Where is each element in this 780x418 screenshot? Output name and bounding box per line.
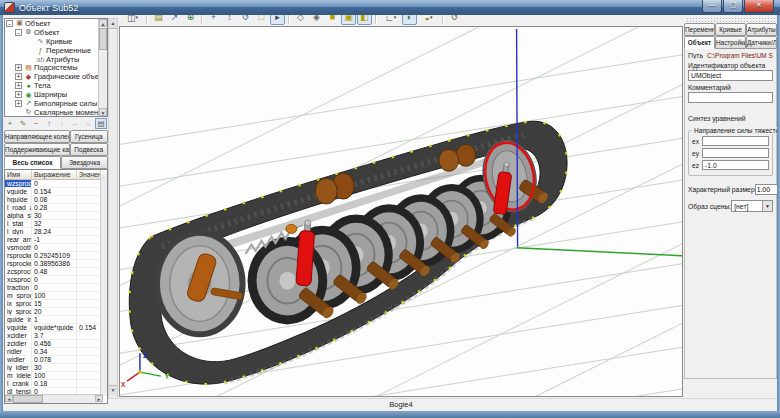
table-row[interactable]: l_dyn 28.24 — [5, 228, 107, 236]
scroll-up-icon[interactable]: ▲ — [109, 19, 117, 29]
move-right-icon[interactable]: → — [82, 118, 94, 129]
tree-item[interactable]: - ⚙ Объект — [5, 28, 107, 37]
table-row[interactable]: alpha_stat 30 — [5, 212, 107, 220]
tree-expand-toggle[interactable]: - — [6, 20, 13, 27]
table-row[interactable]: l_road_am 0.28 — [5, 204, 107, 212]
list-view-icon[interactable]: ▤ — [95, 118, 107, 129]
app-window: Объект Sub52 — ▢ ✕ - ▣ Объект - ⚙ Объект — [0, 0, 780, 418]
edit-parameter-icon[interactable]: ✎ — [17, 118, 29, 129]
param-tab[interactable]: Весь список — [4, 156, 61, 169]
status-bar: Bogie4 — [108, 398, 777, 412]
tree-expand-toggle[interactable]: - — [15, 29, 22, 36]
close-button[interactable]: ✕ — [744, 0, 774, 13]
tree-item[interactable]: ∿ Кривые — [5, 37, 107, 46]
table-row[interactable]: l_stat 32 — [5, 220, 107, 228]
maximize-button[interactable]: ▢ — [723, 0, 743, 13]
tree-item[interactable]: - ▣ Объект — [5, 19, 107, 28]
table-row[interactable]: xcsprocke 0 — [5, 276, 107, 284]
gravity-value-input[interactable]: -1.0 — [702, 160, 769, 170]
table-row[interactable]: ix_sprocke 15 — [5, 300, 107, 308]
column-header-expression[interactable]: Выражение — [32, 170, 77, 179]
move-left-icon[interactable]: ← — [69, 118, 81, 129]
y-axis-label: Y — [165, 373, 170, 380]
tree-item[interactable]: + ◆ Графические объекты — [5, 72, 107, 81]
table-row[interactable]: vguide 0.154 — [5, 188, 107, 196]
table-row[interactable]: vguide_in vguide*guide_in_ka 0.154 — [5, 324, 107, 332]
scroll-down-icon[interactable]: ▼ — [109, 385, 117, 395]
inspector-tab[interactable]: Кривые — [715, 23, 746, 36]
scroll-right-icon[interactable]: ► — [95, 395, 103, 402]
table-row[interactable]: hguide 0.08 — [5, 196, 107, 204]
tree-expand-toggle[interactable]: + — [15, 100, 22, 107]
table-row[interactable]: rear_arm -1 — [5, 236, 107, 244]
scroll-left-icon[interactable]: ◄ — [5, 395, 13, 402]
3d-scene[interactable]: Z X Y — [120, 27, 682, 396]
title-bar[interactable]: Объект Sub52 — ▢ ✕ — [0, 0, 780, 15]
move-down-icon[interactable]: ↓ — [56, 118, 68, 129]
object-id-input[interactable] — [688, 70, 773, 81]
panel-scrollbar[interactable]: ▲ ▼ ◆ — [108, 18, 118, 404]
table-row[interactable]: zcsprocke 0.48 — [5, 268, 107, 276]
tree-item-icon: ƒ — [36, 47, 45, 54]
inspector-tab[interactable]: Переменные — [684, 23, 715, 36]
tree-item[interactable]: + ▤ Подсистемы — [5, 63, 107, 72]
inspector-tab[interactable]: Настройки — [715, 36, 746, 49]
table-row[interactable]: rsprocket 0.38956386 — [5, 260, 107, 268]
table-scrollbar-horizontal[interactable]: ◄ ► — [5, 394, 103, 403]
tree-expand-toggle[interactable]: + — [15, 64, 22, 71]
gravity-value-input[interactable] — [702, 136, 769, 146]
table-row[interactable]: guide_in_l 1 — [5, 316, 107, 324]
scene-image-dropdown[interactable]: [нет] ▼ — [731, 200, 773, 212]
tree-item[interactable]: + ● Тела — [5, 81, 107, 90]
tree-item[interactable]: + ↗ Биполярные силы — [5, 99, 107, 108]
table-row[interactable]: ridler 0.34 — [5, 348, 107, 356]
table-row[interactable]: m_ideler 100 — [5, 372, 107, 380]
param-tab[interactable]: Подвеска — [70, 143, 108, 156]
table-row[interactable]: iy_idler 30 — [5, 364, 107, 372]
comment-label: Комментарий — [688, 84, 773, 91]
table-row[interactable]: wzsprocket 0 — [5, 180, 107, 188]
table-row[interactable]: l_crank 0.18 — [5, 380, 107, 388]
tree-item[interactable]: + ◉ Шарниры — [5, 90, 107, 99]
column-header-value[interactable]: Значение — [77, 170, 101, 179]
table-row[interactable]: traction_tc 0 — [5, 284, 107, 292]
scroll-up-icon[interactable]: ▲ — [99, 19, 107, 27]
minimize-button[interactable]: — — [702, 0, 722, 13]
param-tab[interactable]: Направляющее колесо — [4, 130, 70, 143]
table-header[interactable]: Имя Выражение Значение — [5, 170, 107, 180]
tree-item[interactable]: ƒ Переменные — [5, 46, 107, 55]
gravity-value-input[interactable] — [702, 148, 769, 158]
inspector-tab[interactable]: Объект — [684, 36, 715, 49]
table-row[interactable]: widler 0.078 — [5, 356, 107, 364]
add-parameter-icon[interactable]: + — [4, 118, 16, 129]
param-tab[interactable]: Звездочка — [61, 156, 108, 169]
comment-input[interactable] — [688, 92, 773, 103]
object-tree[interactable]: - ▣ Объект - ⚙ Объект ∿ Кривые ƒ Перемен… — [4, 18, 108, 117]
tree-expand-toggle[interactable]: + — [15, 73, 22, 80]
table-row[interactable]: rsprocket_ 0.29245109 — [5, 252, 107, 260]
tree-scrollbar[interactable]: ▲ ▼ — [98, 19, 107, 116]
inspector-tab[interactable]: Датчики/ЛСК — [746, 36, 777, 49]
param-tab[interactable]: Гусеница — [70, 130, 108, 143]
param-tab[interactable]: Поддерживающие катки — [4, 143, 70, 156]
table-row[interactable]: zcidler 0.456 — [5, 340, 107, 348]
table-row[interactable]: xcidler 3.7 — [5, 332, 107, 340]
scroll-down-icon[interactable]: ▼ — [99, 108, 107, 116]
chevron-down-icon[interactable]: ▼ — [762, 201, 772, 211]
column-header-name[interactable]: Имя — [5, 170, 32, 179]
tree-expand-toggle[interactable]: + — [15, 82, 22, 89]
tree-item[interactable]: ab Атрибуты — [5, 55, 107, 64]
table-row[interactable]: iy_sprocke 20 — [5, 308, 107, 316]
inspector-tab[interactable]: Атрибуты — [746, 23, 777, 36]
tree-item-icon: ◉ — [24, 91, 33, 99]
table-scrollbar-vertical[interactable] — [100, 179, 107, 396]
move-up-icon[interactable]: ↑ — [43, 118, 55, 129]
tree-expand-toggle[interactable]: + — [15, 91, 22, 98]
delete-parameter-icon[interactable]: − — [30, 118, 42, 129]
table-row[interactable]: m_sprocke 100 — [5, 292, 107, 300]
parameter-table[interactable]: Имя Выражение Значение wzsprocket 0 vgui… — [4, 169, 108, 404]
panel-gripper[interactable] — [686, 17, 775, 22]
viewport-3d[interactable]: Z X Y — [119, 26, 683, 397]
tree-item[interactable]: ↻ Скалярные моменты — [5, 108, 107, 117]
table-row[interactable]: vsmooth 0 — [5, 244, 107, 252]
